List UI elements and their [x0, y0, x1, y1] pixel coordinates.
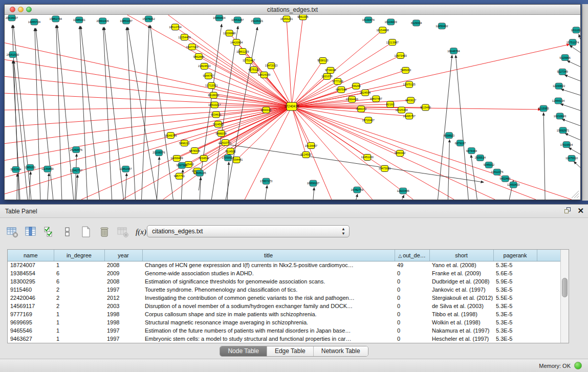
table-cell[interactable]: 1998	[104, 310, 142, 318]
table-row[interactable]: 1456911722003Disruption of a novel membe…	[8, 302, 561, 310]
graph-edge[interactable]	[48, 173, 49, 200]
table-cell[interactable]: 2	[54, 286, 104, 294]
column-header-name[interactable]: name	[8, 250, 54, 261]
graph-edge[interactable]	[564, 75, 580, 81]
table-cell[interactable]: 2012	[104, 294, 142, 302]
column-visibility-icon[interactable]	[24, 224, 37, 239]
table-cell[interactable]: 1997	[104, 286, 142, 294]
table-row[interactable]: 2242004622012Investigating the contribut…	[8, 294, 561, 302]
graph-edge[interactable]	[127, 27, 136, 200]
graph-edge[interactable]	[287, 19, 292, 106]
graph-edge[interactable]	[76, 174, 78, 200]
table-cell[interactable]: 1998	[104, 318, 142, 326]
graph-edge[interactable]	[128, 27, 157, 200]
tab-edge-table[interactable]: Edge Table	[267, 346, 314, 356]
table-row[interactable]: 1872400712008Changes of HCN gene express…	[8, 261, 561, 269]
table-cell[interactable]: 5.9E-5	[493, 277, 537, 286]
table-cell[interactable]: 0	[395, 277, 429, 286]
table-cell[interactable]	[537, 269, 561, 277]
table-cell[interactable]	[537, 294, 561, 302]
table-vertical-scrollbar[interactable]	[560, 250, 569, 343]
graph-edge[interactable]	[313, 187, 314, 200]
table-cell[interactable]: Changes of HCN gene expression and I(f) …	[142, 261, 395, 269]
graph-edge[interactable]	[36, 28, 53, 200]
table-cell[interactable]: Tourette syndrome. Phenomenology and cla…	[142, 286, 395, 294]
table-cell[interactable]: 6	[54, 269, 104, 277]
table-cell[interactable]: 9465546	[8, 326, 54, 335]
scrollbar-thumb[interactable]	[562, 278, 568, 297]
graph-edge[interactable]	[184, 37, 292, 106]
table-cell[interactable]: Genome-wide association studies in ADHD.	[142, 269, 395, 277]
graph-edge[interactable]	[471, 155, 477, 200]
network-canvas[interactable]: 1851076412254409164770239862884228245109…	[5, 15, 580, 200]
graph-edge[interactable]	[227, 162, 229, 200]
table-cell[interactable]: 5.3E-5	[493, 261, 537, 269]
graph-edge[interactable]	[13, 25, 31, 200]
table-cell[interactable]: 0	[395, 302, 429, 310]
table-settings-icon[interactable]	[5, 224, 19, 239]
column-header-title[interactable]: title	[142, 250, 395, 261]
new-column-icon[interactable]	[79, 224, 93, 239]
close-panel-icon[interactable]: ✕	[577, 207, 584, 215]
table-cell[interactable]	[537, 286, 561, 294]
table-cell[interactable]: 1	[54, 310, 104, 318]
table-cell[interactable]	[537, 310, 561, 318]
graph-edge[interactable]	[17, 173, 17, 200]
table-cell[interactable]: 2	[54, 302, 104, 310]
column-header-short[interactable]: short	[429, 250, 493, 261]
graph-edge[interactable]	[218, 143, 484, 183]
graph-edge[interactable]	[292, 106, 572, 200]
table-row[interactable]: 1830029562008Estimation of significance …	[8, 277, 561, 286]
table-cell[interactable]: Dudbridge et al. (2008)	[429, 277, 493, 286]
graph-edge[interactable]	[292, 106, 536, 200]
graph-edge[interactable]	[5, 106, 292, 194]
table-cell[interactable]: Nakamura et al. (1997)	[429, 326, 493, 335]
delete-column-icon[interactable]	[97, 224, 111, 239]
function-builder-icon[interactable]: f(x)	[134, 224, 148, 239]
table-cell[interactable]: 2009	[104, 269, 142, 277]
graph-edge[interactable]	[455, 55, 468, 200]
table-cell[interactable]: 9777169	[8, 310, 54, 318]
graph-edge[interactable]	[292, 30, 383, 106]
graph-edge[interactable]	[356, 194, 358, 200]
table-cell[interactable]: 49	[395, 261, 429, 269]
graph-edge[interactable]	[81, 106, 292, 200]
window-resize-grip[interactable]	[572, 191, 579, 198]
network-window-titlebar[interactable]: citations_edges.txt	[5, 5, 580, 15]
graph-edge[interactable]	[569, 148, 580, 155]
graph-edge[interactable]	[142, 25, 149, 200]
table-cell[interactable]: 9699695	[8, 318, 54, 326]
graph-edge[interactable]	[14, 61, 28, 200]
table-cell[interactable]: 0	[395, 294, 429, 302]
table-cell[interactable]: 5.3E-5	[493, 310, 537, 318]
table-cell[interactable]: Embryonic stem cells: a model to study s…	[142, 335, 395, 343]
graph-edge[interactable]	[292, 17, 303, 106]
graph-edge[interactable]	[292, 45, 570, 106]
table-cell[interactable]: 2008	[104, 277, 142, 286]
graph-edge[interactable]	[448, 140, 449, 200]
graph-edge[interactable]	[35, 28, 40, 200]
table-cell[interactable]: 19384554	[8, 269, 54, 277]
table-cell[interactable]: 5.5E-5	[493, 294, 537, 302]
table-cell[interactable]: Investigating the contribution of common…	[142, 294, 395, 302]
table-cell[interactable]: 14569117	[8, 302, 54, 310]
table-cell[interactable]	[537, 318, 561, 326]
table-cell[interactable]: 5.3E-5	[493, 318, 537, 326]
table-cell[interactable]: 1	[54, 326, 104, 335]
graph-edge[interactable]	[150, 25, 173, 200]
table-cell[interactable]: 0	[395, 286, 429, 294]
table-cell[interactable]	[537, 277, 561, 286]
table-cell[interactable]	[537, 335, 561, 343]
table-cell[interactable]: de Silva et al. (2003)	[429, 302, 493, 310]
table-cell[interactable]: Estimation of significance thresholds fo…	[142, 277, 395, 286]
table-cell[interactable]: 5.3E-5	[493, 326, 537, 335]
float-panel-icon[interactable]	[564, 207, 572, 215]
table-row[interactable]: 977716911998Corpus callosum shape and si…	[8, 310, 561, 318]
table-selector-dropdown[interactable]: citations_edges.txt ▲▼	[147, 225, 350, 237]
graph-edge[interactable]	[560, 104, 580, 111]
table-row[interactable]: 969969511998Structural magnetic resonanc…	[8, 318, 561, 326]
graph-edge[interactable]	[56, 25, 62, 200]
table-row[interactable]: 911546021997Tourette syndrome. Phenomeno…	[8, 286, 561, 294]
graph-edge[interactable]	[127, 15, 292, 106]
selection-mode-icon[interactable]	[42, 224, 56, 239]
